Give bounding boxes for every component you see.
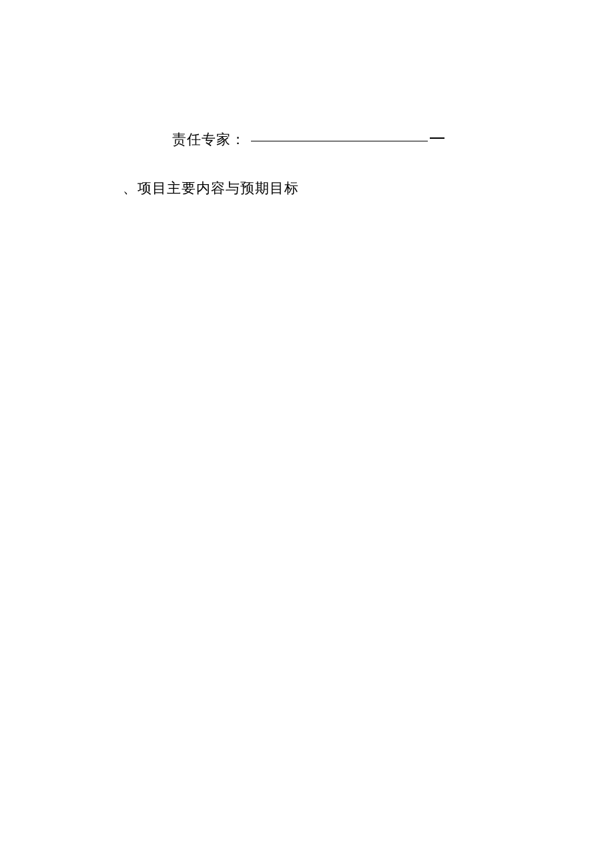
expert-field-row: 责任专家： — [172, 130, 444, 149]
expert-label: 责任专家： — [172, 130, 246, 149]
section-heading: 、项目主要内容与预期目标 — [123, 179, 299, 197]
expert-input-underline[interactable] — [251, 141, 428, 141]
trailing-dash-icon — [430, 137, 444, 139]
